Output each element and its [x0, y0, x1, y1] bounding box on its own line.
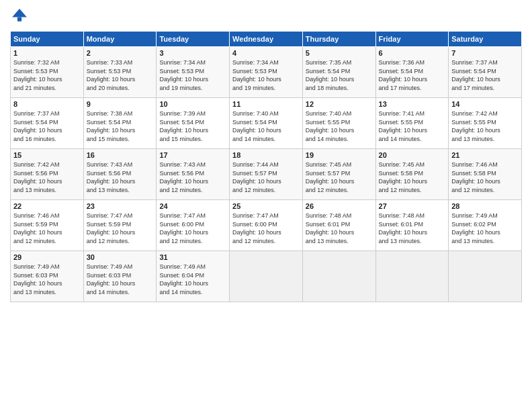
calendar-cell: 15Sunrise: 7:42 AM Sunset: 5:56 PM Dayli…: [11, 149, 84, 200]
calendar-cell: 29Sunrise: 7:49 AM Sunset: 6:03 PM Dayli…: [11, 251, 84, 302]
svg-marker-0: [12, 9, 27, 17]
calendar-cell: 16Sunrise: 7:43 AM Sunset: 5:56 PM Dayli…: [83, 149, 157, 200]
cell-day-number: 15: [13, 151, 81, 159]
cell-day-number: 13: [379, 100, 446, 108]
cell-info: Sunrise: 7:45 AM Sunset: 5:58 PM Dayligh…: [379, 161, 446, 194]
calendar-header-row: SundayMondayTuesdayWednesdayThursdayFrid…: [11, 32, 522, 47]
day-header-thursday: Thursday: [302, 32, 375, 47]
calendar-cell: 30Sunrise: 7:49 AM Sunset: 6:03 PM Dayli…: [83, 251, 157, 302]
cell-day-number: 27: [379, 202, 446, 210]
cell-day-number: 14: [451, 100, 519, 108]
cell-day-number: 9: [87, 100, 154, 108]
cell-day-number: 11: [232, 100, 300, 108]
calendar-cell: 13Sunrise: 7:41 AM Sunset: 5:55 PM Dayli…: [375, 98, 449, 149]
cell-info: Sunrise: 7:46 AM Sunset: 5:59 PM Dayligh…: [13, 212, 81, 245]
calendar-week-row: 22Sunrise: 7:46 AM Sunset: 5:59 PM Dayli…: [11, 200, 522, 251]
cell-day-number: 30: [87, 253, 154, 261]
calendar-cell: 12Sunrise: 7:40 AM Sunset: 5:55 PM Dayli…: [302, 98, 375, 149]
calendar-cell: 10Sunrise: 7:39 AM Sunset: 5:54 PM Dayli…: [157, 98, 230, 149]
cell-info: Sunrise: 7:45 AM Sunset: 5:57 PM Dayligh…: [306, 161, 373, 194]
cell-info: Sunrise: 7:47 AM Sunset: 6:00 PM Dayligh…: [159, 212, 226, 245]
cell-info: Sunrise: 7:34 AM Sunset: 5:53 PM Dayligh…: [232, 58, 300, 92]
calendar-cell: 24Sunrise: 7:47 AM Sunset: 6:00 PM Dayli…: [157, 200, 230, 251]
cell-info: Sunrise: 7:38 AM Sunset: 5:54 PM Dayligh…: [87, 109, 154, 143]
calendar-week-row: 29Sunrise: 7:49 AM Sunset: 6:03 PM Dayli…: [11, 251, 522, 302]
cell-day-number: 19: [306, 151, 373, 159]
calendar-cell: [230, 251, 303, 302]
calendar-cell: 23Sunrise: 7:47 AM Sunset: 5:59 PM Dayli…: [83, 200, 157, 251]
cell-day-number: 26: [306, 202, 373, 210]
calendar-cell: 27Sunrise: 7:48 AM Sunset: 6:01 PM Dayli…: [375, 200, 449, 251]
calendar-cell: 5Sunrise: 7:35 AM Sunset: 5:54 PM Daylig…: [302, 47, 375, 98]
calendar-cell: 31Sunrise: 7:49 AM Sunset: 6:04 PM Dayli…: [157, 251, 230, 302]
cell-info: Sunrise: 7:48 AM Sunset: 6:01 PM Dayligh…: [306, 212, 373, 245]
header: [10, 7, 522, 26]
cell-info: Sunrise: 7:42 AM Sunset: 5:55 PM Dayligh…: [451, 109, 519, 143]
day-header-monday: Monday: [83, 32, 157, 47]
calendar-week-row: 15Sunrise: 7:42 AM Sunset: 5:56 PM Dayli…: [11, 149, 522, 200]
cell-day-number: 1: [13, 49, 81, 57]
cell-day-number: 2: [87, 49, 154, 57]
cell-day-number: 25: [232, 202, 300, 210]
cell-info: Sunrise: 7:42 AM Sunset: 5:56 PM Dayligh…: [13, 161, 81, 194]
calendar-cell: 2Sunrise: 7:33 AM Sunset: 5:53 PM Daylig…: [83, 47, 157, 98]
cell-info: Sunrise: 7:32 AM Sunset: 5:53 PM Dayligh…: [13, 58, 81, 92]
cell-day-number: 17: [159, 151, 226, 159]
day-header-sunday: Sunday: [11, 32, 84, 47]
cell-info: Sunrise: 7:35 AM Sunset: 5:54 PM Dayligh…: [306, 58, 373, 92]
calendar-cell: 22Sunrise: 7:46 AM Sunset: 5:59 PM Dayli…: [11, 200, 84, 251]
calendar-week-row: 1Sunrise: 7:32 AM Sunset: 5:53 PM Daylig…: [11, 47, 522, 98]
svg-rect-1: [17, 17, 21, 21]
calendar-cell: [302, 251, 375, 302]
cell-info: Sunrise: 7:37 AM Sunset: 5:54 PM Dayligh…: [451, 58, 519, 92]
cell-info: Sunrise: 7:49 AM Sunset: 6:03 PM Dayligh…: [87, 263, 154, 296]
cell-day-number: 24: [159, 202, 226, 210]
cell-info: Sunrise: 7:46 AM Sunset: 5:58 PM Dayligh…: [451, 161, 519, 194]
calendar-cell: 19Sunrise: 7:45 AM Sunset: 5:57 PM Dayli…: [302, 149, 375, 200]
cell-day-number: 16: [87, 151, 154, 159]
cell-info: Sunrise: 7:34 AM Sunset: 5:53 PM Dayligh…: [159, 58, 226, 92]
cell-day-number: 28: [451, 202, 519, 210]
calendar-cell: [375, 251, 449, 302]
cell-info: Sunrise: 7:49 AM Sunset: 6:02 PM Dayligh…: [451, 212, 519, 245]
calendar-cell: 11Sunrise: 7:40 AM Sunset: 5:54 PM Dayli…: [230, 98, 303, 149]
calendar-cell: 21Sunrise: 7:46 AM Sunset: 5:58 PM Dayli…: [449, 149, 522, 200]
calendar-table: SundayMondayTuesdayWednesdayThursdayFrid…: [10, 31, 522, 302]
cell-info: Sunrise: 7:43 AM Sunset: 5:56 PM Dayligh…: [159, 161, 226, 194]
day-header-saturday: Saturday: [449, 32, 522, 47]
cell-info: Sunrise: 7:40 AM Sunset: 5:55 PM Dayligh…: [306, 109, 373, 143]
cell-info: Sunrise: 7:41 AM Sunset: 5:55 PM Dayligh…: [379, 109, 446, 143]
cell-info: Sunrise: 7:49 AM Sunset: 6:04 PM Dayligh…: [159, 263, 226, 296]
calendar-cell: 18Sunrise: 7:44 AM Sunset: 5:57 PM Dayli…: [230, 149, 303, 200]
calendar-cell: 26Sunrise: 7:48 AM Sunset: 6:01 PM Dayli…: [302, 200, 375, 251]
cell-day-number: 22: [13, 202, 81, 210]
cell-day-number: 31: [159, 253, 226, 261]
cell-day-number: 18: [232, 151, 300, 159]
cell-day-number: 6: [379, 49, 446, 57]
cell-info: Sunrise: 7:44 AM Sunset: 5:57 PM Dayligh…: [232, 161, 300, 194]
calendar-cell: 1Sunrise: 7:32 AM Sunset: 5:53 PM Daylig…: [11, 47, 84, 98]
calendar-cell: 6Sunrise: 7:36 AM Sunset: 5:54 PM Daylig…: [375, 47, 449, 98]
cell-day-number: 4: [232, 49, 300, 57]
day-header-tuesday: Tuesday: [157, 32, 230, 47]
cell-info: Sunrise: 7:47 AM Sunset: 5:59 PM Dayligh…: [87, 212, 154, 245]
cell-info: Sunrise: 7:43 AM Sunset: 5:56 PM Dayligh…: [87, 161, 154, 194]
cell-day-number: 3: [159, 49, 226, 57]
calendar-cell: [449, 251, 522, 302]
day-header-friday: Friday: [375, 32, 449, 47]
cell-info: Sunrise: 7:36 AM Sunset: 5:54 PM Dayligh…: [379, 58, 446, 92]
calendar-cell: 8Sunrise: 7:37 AM Sunset: 5:54 PM Daylig…: [11, 98, 84, 149]
cell-info: Sunrise: 7:37 AM Sunset: 5:54 PM Dayligh…: [13, 109, 81, 143]
calendar-cell: 4Sunrise: 7:34 AM Sunset: 5:53 PM Daylig…: [230, 47, 303, 98]
calendar-cell: 9Sunrise: 7:38 AM Sunset: 5:54 PM Daylig…: [83, 98, 157, 149]
cell-info: Sunrise: 7:48 AM Sunset: 6:01 PM Dayligh…: [379, 212, 446, 245]
day-header-wednesday: Wednesday: [230, 32, 303, 47]
cell-info: Sunrise: 7:33 AM Sunset: 5:53 PM Dayligh…: [87, 58, 154, 92]
logo: [10, 7, 32, 26]
calendar-cell: 20Sunrise: 7:45 AM Sunset: 5:58 PM Dayli…: [375, 149, 449, 200]
cell-day-number: 20: [379, 151, 446, 159]
logo-icon: [10, 7, 29, 26]
calendar-cell: 28Sunrise: 7:49 AM Sunset: 6:02 PM Dayli…: [449, 200, 522, 251]
calendar-week-row: 8Sunrise: 7:37 AM Sunset: 5:54 PM Daylig…: [11, 98, 522, 149]
calendar-page: SundayMondayTuesdayWednesdayThursdayFrid…: [0, 0, 532, 411]
